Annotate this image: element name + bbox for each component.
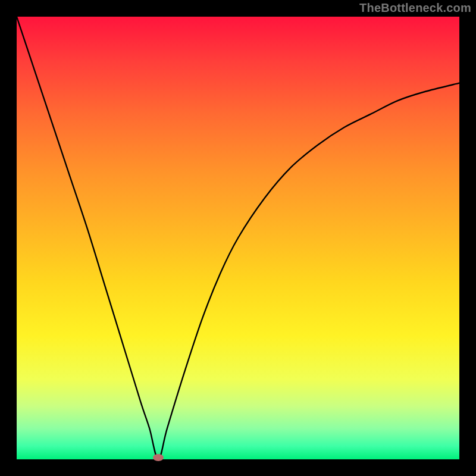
watermark-text: TheBottleneck.com	[359, 1, 471, 15]
bottleneck-curve	[17, 17, 459, 459]
optimum-marker	[153, 454, 164, 461]
